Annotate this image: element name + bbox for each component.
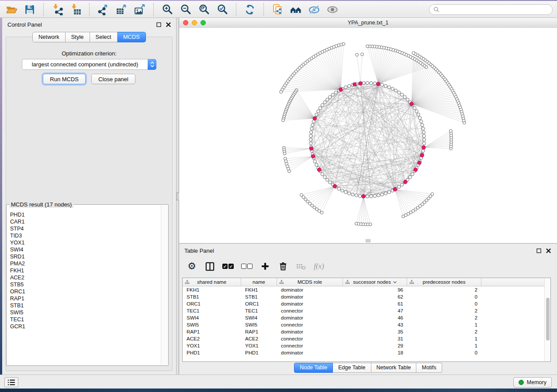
cell-predecessor-nodes[interactable]: 1 (407, 322, 481, 327)
mcds-result-item[interactable]: STB1 (10, 302, 161, 309)
close-panel-button[interactable]: Close panel (91, 74, 135, 84)
deselect-all-button[interactable] (241, 260, 253, 272)
cell-mcds-role[interactable]: dominator (277, 329, 343, 334)
export-table-button[interactable] (114, 3, 129, 17)
mcds-list-scrollbar[interactable] (161, 205, 168, 365)
column-header-mcds-role[interactable]: MCDS role (277, 278, 343, 286)
table-row[interactable]: TEC1TEC1connector472 (183, 307, 545, 314)
cell-successor-nodes[interactable]: 46 (343, 315, 407, 320)
new-network-from-selection-button[interactable] (270, 3, 285, 17)
column-header-predecessor-nodes[interactable]: predecessor nodes (407, 278, 481, 286)
add-row-button[interactable] (259, 260, 271, 272)
mcds-result-item[interactable]: SWI4 (10, 246, 161, 253)
network-window-titlebar[interactable]: YPA_prune.txt_1 (179, 18, 557, 28)
cell-successor-nodes[interactable]: 18 (343, 350, 407, 355)
cell-predecessor-nodes[interactable]: 1 (407, 343, 481, 348)
tab-style[interactable]: Style (66, 32, 90, 42)
cell-predecessor-nodes[interactable]: 1 (407, 336, 481, 341)
close-panel-icon[interactable] (166, 22, 171, 27)
cell-predecessor-nodes[interactable]: 2 (407, 287, 481, 292)
tab-mcds[interactable]: MCDS (118, 32, 146, 42)
cell-successor-nodes[interactable]: 61 (343, 301, 407, 306)
table-row[interactable]: SWI5SWI5connector431 (183, 321, 545, 328)
cell-name[interactable]: FKH1 (241, 287, 277, 292)
cell-shared-name[interactable]: STB1 (183, 294, 241, 299)
cell-successor-nodes[interactable]: 35 (343, 329, 407, 334)
mcds-result-item[interactable]: PMA2 (10, 260, 161, 267)
tab-network-table[interactable]: Network Table (371, 363, 417, 373)
column-header-name[interactable]: name (241, 278, 277, 286)
cell-name[interactable]: STB1 (241, 294, 277, 299)
hide-selected-button[interactable] (306, 3, 322, 17)
close-table-panel-icon[interactable] (546, 248, 551, 253)
mcds-result-item[interactable]: PHD1 (10, 211, 161, 218)
mcds-result-item[interactable]: ORC1 (10, 288, 161, 295)
mcds-result-item[interactable]: TID3 (10, 232, 161, 239)
cell-shared-name[interactable]: SWI5 (183, 322, 241, 327)
canvas-grip[interactable] (366, 239, 370, 242)
save-session-button[interactable] (22, 3, 38, 17)
cell-name[interactable]: YOX1 (241, 343, 277, 348)
table-row[interactable]: ORC1ORC1dominator610 (183, 300, 545, 307)
table-row[interactable]: YOX1YOX1connector291 (183, 342, 545, 349)
cell-name[interactable]: RAP1 (241, 329, 277, 334)
cell-mcds-role[interactable]: connector (277, 322, 343, 327)
table-row[interactable]: PHD1PHD1dominator180 (183, 349, 545, 356)
search-input[interactable] (442, 6, 548, 13)
cell-shared-name[interactable]: YOX1 (183, 343, 241, 348)
cell-name[interactable]: ORC1 (241, 301, 277, 306)
table-row[interactable]: ACE2ACE2connector311 (183, 335, 545, 342)
column-header-shared-name[interactable]: shared name (183, 278, 241, 286)
zoom-out-button[interactable] (178, 3, 194, 17)
table-row[interactable]: FKH1FKH1dominator962 (183, 286, 545, 293)
cell-mcds-role[interactable]: dominator (277, 287, 343, 292)
export-image-button[interactable] (132, 3, 148, 17)
table-row[interactable]: STB1STB1dominator620 (183, 293, 545, 300)
cell-successor-nodes[interactable]: 96 (343, 287, 407, 292)
network-canvas[interactable] (179, 28, 557, 243)
cell-name[interactable]: PHD1 (241, 350, 277, 355)
cell-shared-name[interactable]: RAP1 (183, 329, 241, 334)
import-network-button[interactable] (49, 3, 65, 17)
mcds-result-item[interactable]: ACE2 (10, 274, 161, 281)
float-panel-icon[interactable] (156, 22, 161, 27)
run-mcds-button[interactable]: Run MCDS (43, 74, 86, 84)
cell-mcds-role[interactable]: connector (277, 308, 343, 313)
cell-predecessor-nodes[interactable]: 2 (407, 308, 481, 313)
tab-node-table[interactable]: Node Table (294, 363, 333, 373)
cell-mcds-role[interactable]: dominator (277, 350, 343, 355)
cell-successor-nodes[interactable]: 43 (343, 322, 407, 327)
cell-name[interactable]: SWI4 (241, 315, 277, 320)
mcds-result-item[interactable]: SWI5 (10, 309, 161, 316)
tab-motifs[interactable]: Motifs (416, 363, 442, 373)
cell-shared-name[interactable]: PHD1 (183, 350, 241, 355)
cell-name[interactable]: TEC1 (241, 308, 277, 313)
dropdown-stepper-icon[interactable] (148, 59, 156, 70)
mcds-result-item[interactable]: SRD1 (10, 253, 161, 260)
tab-select[interactable]: Select (90, 32, 118, 42)
mcds-result-item[interactable]: RAP1 (10, 295, 161, 302)
task-history-button[interactable] (4, 377, 18, 387)
cell-predecessor-nodes[interactable]: 2 (407, 329, 481, 334)
table-scrollbar[interactable] (544, 278, 550, 361)
select-all-button[interactable]: ✓ ✓ (222, 260, 234, 272)
cell-successor-nodes[interactable]: 62 (343, 294, 407, 299)
cell-name[interactable]: SWI5 (241, 322, 277, 327)
mcds-result-item[interactable]: TEC1 (10, 316, 161, 323)
show-all-button[interactable] (325, 3, 340, 17)
delete-row-button[interactable] (277, 260, 289, 272)
export-network-button[interactable] (95, 3, 111, 17)
mcds-result-item[interactable]: YOX1 (10, 239, 161, 246)
cell-shared-name[interactable]: ACE2 (183, 336, 241, 341)
table-row[interactable]: SWI4SWI4dominator462 (183, 314, 545, 321)
zoom-fit-button[interactable] (196, 3, 212, 17)
mcds-result-item[interactable]: STP4 (10, 225, 161, 232)
tab-network[interactable]: Network (32, 32, 66, 42)
first-neighbors-button[interactable] (288, 3, 304, 17)
cell-shared-name[interactable]: TEC1 (183, 308, 241, 313)
cell-shared-name[interactable]: SWI4 (183, 315, 241, 320)
cell-mcds-role[interactable]: connector (277, 343, 343, 348)
mcds-result-item[interactable]: GCR1 (10, 323, 161, 330)
cell-predecessor-nodes[interactable]: 0 (407, 294, 481, 299)
float-table-panel-icon[interactable] (536, 248, 541, 253)
